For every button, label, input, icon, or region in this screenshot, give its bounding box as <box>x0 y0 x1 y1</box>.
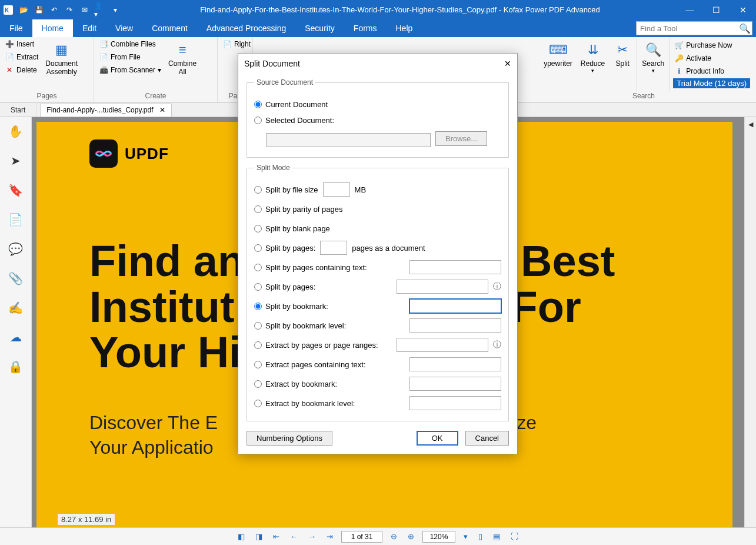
filesize-input[interactable] <box>323 182 350 197</box>
maximize-button[interactable]: ☐ <box>703 0 730 19</box>
right-button[interactable]: 📄Right <box>221 38 252 50</box>
zoom-out-icon[interactable]: ⊖ <box>388 532 399 541</box>
qat-user-icon[interactable]: 👤▾ <box>94 4 106 16</box>
tab-file[interactable]: File <box>0 19 32 37</box>
extract-bookmark-level-radio[interactable]: Extract by bookmark level: <box>254 399 355 408</box>
dialog-close-icon[interactable]: ✕ <box>504 59 511 68</box>
qat-undo-icon[interactable]: ↶ <box>48 4 60 16</box>
extract-bookmark-level-input[interactable] <box>409 396 501 410</box>
cloud-panel-icon[interactable]: ☁ <box>5 327 26 348</box>
ok-button[interactable]: OK <box>417 431 458 446</box>
view-full-icon[interactable]: ⛶ <box>508 532 521 541</box>
close-button[interactable]: ✕ <box>730 0 756 19</box>
extract-bookmark-radio[interactable]: Extract by bookmark: <box>254 380 337 388</box>
split-button[interactable]: ✂Split <box>610 38 635 70</box>
reduce-button[interactable]: ⇊Reduce▾ <box>577 38 608 76</box>
bookmark-panel-icon[interactable]: 🔖 <box>5 180 26 201</box>
zoom-in-icon[interactable]: ⊕ <box>405 532 417 541</box>
find-tool-search[interactable]: 🔍 <box>636 21 752 35</box>
qat-redo-icon[interactable]: ↷ <box>64 4 75 16</box>
split-bookmark-level-radio[interactable]: Split by bookmark level: <box>254 321 346 330</box>
numbering-options-button[interactable]: Numbering Options <box>247 431 332 446</box>
last-page-icon[interactable]: ⇥ <box>324 532 335 541</box>
extract-bookmark-input[interactable] <box>409 377 501 391</box>
extract-button[interactable]: 📄Extract <box>4 51 39 63</box>
hand-tool-icon[interactable]: ✋ <box>5 121 26 142</box>
start-tab[interactable]: Start <box>0 103 36 117</box>
document-assembly-button[interactable]: ▦ Document Assembly <box>42 38 81 78</box>
page-number-input[interactable] <box>341 531 382 543</box>
combine-all-button[interactable]: ≡ Combine All <box>165 38 200 78</box>
bookmark-level-input[interactable] <box>409 318 501 333</box>
pages-panel-icon[interactable]: 📄 <box>5 209 26 230</box>
split-pages-radio[interactable]: Split by pages: <box>254 244 315 252</box>
search-button[interactable]: 🔍Search▾ <box>638 38 668 76</box>
select-tool-icon[interactable]: ➤ <box>5 150 26 171</box>
delete-button[interactable]: ✕Delete <box>4 64 39 76</box>
expand-right-icon[interactable]: ◀ <box>748 121 753 128</box>
cancel-button[interactable]: Cancel <box>465 431 509 446</box>
split-pages2-radio[interactable]: Split by pages: <box>254 283 315 291</box>
signatures-panel-icon[interactable]: ✍ <box>5 297 26 318</box>
qat-save-icon[interactable]: 💾 <box>33 4 45 16</box>
insert-button[interactable]: ➕Insert <box>4 38 39 50</box>
split-bookmark-radio[interactable]: Split by bookmark: <box>254 302 328 311</box>
pages-text-input[interactable] <box>409 260 501 274</box>
find-tool-input[interactable] <box>640 24 739 33</box>
group-create-label: Create <box>98 92 214 101</box>
qat-open-icon[interactable]: 📂 <box>18 4 29 16</box>
qat-mail-icon[interactable]: ✉ <box>79 4 91 16</box>
tab-security[interactable]: Security <box>295 19 344 37</box>
pages2-input[interactable] <box>397 280 488 294</box>
qat-customize-icon[interactable]: ▾ <box>109 4 121 16</box>
tab-edit[interactable]: Edit <box>73 19 106 37</box>
attachments-panel-icon[interactable]: 📎 <box>5 268 26 289</box>
tab-home[interactable]: Home <box>32 19 73 37</box>
tab-forms[interactable]: Forms <box>344 19 387 37</box>
extract-pages-text-input[interactable] <box>409 357 501 371</box>
close-tab-icon[interactable]: ✕ <box>159 106 165 114</box>
extract-pages-text-radio[interactable]: Extract pages containing text: <box>254 360 366 369</box>
typewriter-button[interactable]: ⌨ypewriter <box>540 38 576 70</box>
updf-logo-icon <box>89 139 118 168</box>
activate-button[interactable]: 🔑Activate <box>673 52 750 64</box>
search-icon[interactable]: 🔍 <box>739 23 751 34</box>
first-page-icon[interactable]: ⇤ <box>271 532 282 541</box>
sidebar-toggle2-icon[interactable]: ◨ <box>253 532 265 541</box>
tab-view[interactable]: View <box>106 19 142 37</box>
bookmark-input[interactable] <box>409 299 501 313</box>
security-panel-icon[interactable]: 🔒 <box>5 356 26 377</box>
document-tab[interactable]: Find-and-Apply-...tudies_Copy.pdf ✕ <box>40 104 171 117</box>
purchase-button[interactable]: 🛒Purchase Now <box>673 39 750 51</box>
zoom-dropdown-icon[interactable]: ▾ <box>461 532 470 541</box>
selected-document-radio[interactable]: Selected Document: <box>254 116 334 125</box>
next-page-icon[interactable]: → <box>306 532 318 541</box>
combine-files-button[interactable]: 📑Combine Files <box>98 38 162 50</box>
browse-button[interactable]: Browse... <box>435 131 487 146</box>
info-icon[interactable]: ⓘ <box>493 281 501 292</box>
split-filesize-radio[interactable]: Split by file size <box>254 185 318 194</box>
product-info-button[interactable]: ℹProduct Info <box>673 65 750 77</box>
current-document-radio[interactable]: Current Document <box>254 100 328 109</box>
zoom-input[interactable] <box>422 531 455 543</box>
info2-icon[interactable]: ⓘ <box>493 340 501 350</box>
from-file-button[interactable]: 📄From File <box>98 51 162 63</box>
sidebar-toggle-icon[interactable]: ◧ <box>235 532 247 541</box>
split-parity-radio[interactable]: Split by parity of pages <box>254 205 343 214</box>
view-continuous-icon[interactable]: ▤ <box>491 532 502 541</box>
split-blank-radio[interactable]: Split by blank page <box>254 224 330 233</box>
tab-comment[interactable]: Comment <box>142 19 197 37</box>
comments-panel-icon[interactable]: 💬 <box>5 238 26 260</box>
minimize-button[interactable]: — <box>677 0 703 19</box>
updf-text: UPDF <box>125 145 169 163</box>
tab-advanced[interactable]: Advanced Processing <box>197 19 295 37</box>
tab-help[interactable]: Help <box>387 19 422 37</box>
view-single-icon[interactable]: ▯ <box>476 532 485 541</box>
split-pages-text-radio[interactable]: Split by pages containing text: <box>254 263 367 272</box>
from-scanner-button[interactable]: 📠From Scanner▾ <box>98 64 162 76</box>
extract-pages-input[interactable] <box>397 338 488 352</box>
pages-input[interactable] <box>320 241 347 255</box>
titlebar: K 📂 💾 ↶ ↷ ✉ 👤▾ ▾ Find-and-Apply-For-the-… <box>0 0 756 19</box>
extract-pages-radio[interactable]: Extract by pages or page ranges: <box>254 341 378 350</box>
prev-page-icon[interactable]: ← <box>288 532 300 541</box>
